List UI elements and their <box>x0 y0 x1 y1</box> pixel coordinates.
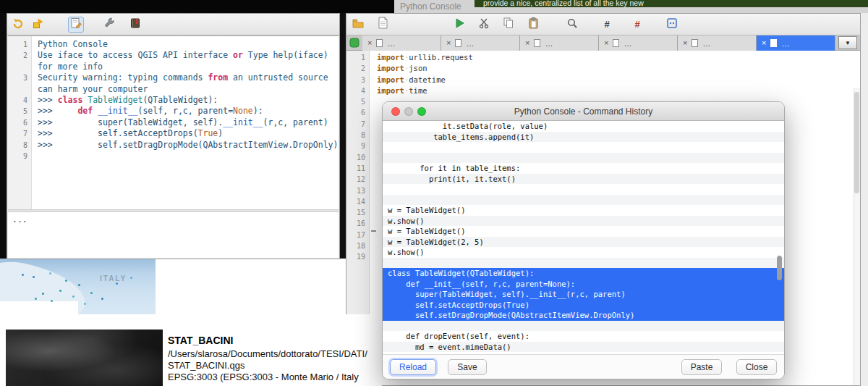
dialog-titlebar[interactable]: Python Console - Command History <box>383 102 784 121</box>
history-row[interactable]: def __init__(self, r,c, parent=None): <box>383 279 784 290</box>
editor-tab[interactable]: ×… <box>678 35 757 51</box>
console-line: Security warning: typing commands from a… <box>38 72 339 83</box>
history-row[interactable]: md = event.mimeData() <box>383 342 784 353</box>
close-button[interactable]: Close <box>736 359 777 375</box>
show-editor-button[interactable] <box>68 17 84 33</box>
console-line-number: 3 <box>8 72 31 83</box>
save-button[interactable]: Save <box>448 359 487 375</box>
object-inspector-button[interactable] <box>664 17 680 33</box>
history-row[interactable] <box>383 142 784 153</box>
console-line: Python Console <box>38 39 339 50</box>
editor-tabs: ×…×…×…×…×…×… <box>362 35 835 51</box>
console-input-area[interactable]: ... <box>8 212 339 258</box>
editor-code-line: import·datetime <box>377 75 853 85</box>
history-row[interactable]: self.setAcceptDrops(True) <box>383 300 784 311</box>
window-gap <box>340 13 346 259</box>
history-row[interactable]: def dropEvent(self, event): <box>383 331 784 342</box>
editor-tab[interactable]: ×… <box>599 35 678 51</box>
history-scrollbar-thumb[interactable] <box>777 256 782 280</box>
history-row[interactable]: w = TableWidget(2, 5) <box>383 237 784 248</box>
history-row[interactable]: w.show() <box>383 216 784 227</box>
project-map-thumbnail[interactable]: ITALY <box>0 259 156 314</box>
new-editor-tab-button[interactable] <box>349 38 359 51</box>
fold-marker-icon[interactable] <box>371 230 376 232</box>
import-class-button[interactable] <box>30 17 46 33</box>
welcome-recent-project[interactable]: STAT_BACINI /Users/slarosa/Documents/dot… <box>0 314 382 386</box>
editor-line-number: 7 <box>346 119 369 130</box>
history-row[interactable]: it.setData(role, value) <box>383 121 784 132</box>
save-script-button[interactable] <box>375 17 391 33</box>
editor-code-line: import·urllib.request <box>377 52 853 63</box>
comment-button[interactable]: # <box>599 17 615 33</box>
history-row[interactable]: for it in table_items: <box>383 163 784 174</box>
history-row[interactable] <box>383 321 784 332</box>
console-line-number <box>8 62 31 72</box>
history-list[interactable]: it.setData(role, value) table_items.appe… <box>383 121 784 354</box>
history-row[interactable]: table_items.append(it) <box>383 132 784 143</box>
document-icon <box>613 39 619 47</box>
console-line: >>> self.setDragDropMode(QAbstractItemVi… <box>38 140 339 151</box>
tab-label: … <box>624 39 631 48</box>
project-path-line1: /Users/slarosa/Documents/dottorato/TESI/… <box>168 348 367 359</box>
document-icon <box>692 39 698 47</box>
object-inspector-icon <box>666 17 678 32</box>
console-line-number: 9 <box>8 151 31 161</box>
reload-button[interactable]: Reload <box>390 359 436 375</box>
tab-close-icon[interactable]: × <box>525 39 529 47</box>
editor-code-line: import·json <box>377 63 853 74</box>
tab-close-icon[interactable]: × <box>446 39 451 47</box>
import-class-icon <box>32 17 45 33</box>
history-row[interactable]: w = TableWidget() <box>383 205 784 216</box>
editor-line-number: 19 <box>346 251 369 262</box>
cut-button[interactable] <box>476 17 492 33</box>
tab-close-icon[interactable]: × <box>604 39 608 47</box>
desktop-dark-area <box>0 0 394 13</box>
tab-close-icon[interactable]: × <box>762 39 766 47</box>
find-button[interactable] <box>564 17 580 33</box>
history-row[interactable]: self.setDragDropMode(QAbstractItemView.D… <box>383 310 784 321</box>
history-row[interactable]: w.show() <box>383 247 784 258</box>
editor-tab[interactable]: ×… <box>441 35 520 51</box>
python-console-window: 123456789 Python ConsoleUse iface to acc… <box>7 13 340 259</box>
editor-scrollbar-thumb[interactable] <box>854 92 859 193</box>
new-tab-icon <box>349 38 359 50</box>
editor-scrollbar[interactable] <box>854 88 860 385</box>
console-line-number: 6 <box>8 117 31 128</box>
history-row[interactable] <box>383 195 784 206</box>
editor-line-number: 2 <box>346 63 369 74</box>
background-browser-banner: provide a nice, centralized list of all … <box>475 0 868 7</box>
project-satellite-thumbnail[interactable] <box>6 330 163 386</box>
tab-close-icon[interactable]: × <box>367 39 372 47</box>
console-help-button[interactable] <box>127 17 143 33</box>
history-row[interactable] <box>383 153 784 164</box>
copy-button[interactable] <box>501 17 516 33</box>
tab-overflow-button[interactable]: ▼ <box>838 36 857 49</box>
history-row[interactable]: w = TableWidget() <box>383 226 784 237</box>
editor-tab[interactable]: ×… <box>520 35 599 51</box>
history-row[interactable]: super(TableWidget, self).__init__(r,c, p… <box>383 289 784 300</box>
document-icon <box>376 39 383 47</box>
scissors-icon <box>478 17 490 32</box>
project-path-line2: STAT_BACINI.qgs <box>168 360 244 371</box>
document-icon <box>534 39 540 47</box>
uncomment-button[interactable]: # <box>629 17 645 33</box>
console-continuation-prompt: ... <box>8 212 339 225</box>
history-row[interactable]: class TableWidget(QTableWidget): <box>383 268 784 279</box>
wrench-icon <box>103 17 116 32</box>
editor-tab[interactable]: ×… <box>362 35 441 51</box>
console-output-area[interactable]: 123456789 Python ConsoleUse iface to acc… <box>8 35 339 209</box>
editor-line-number: 10 <box>346 152 369 163</box>
console-lines: Python ConsoleUse iface to access QGIS A… <box>38 39 339 161</box>
run-script-button[interactable] <box>451 17 467 33</box>
history-row[interactable]: print(it, it.text() <box>383 174 784 185</box>
editor-tab[interactable]: ×… <box>757 35 835 51</box>
paste-history-button[interactable]: Paste <box>681 359 722 375</box>
console-line-number: 8 <box>8 140 31 151</box>
clear-console-button[interactable] <box>10 17 26 33</box>
console-options-button[interactable] <box>101 17 117 33</box>
tab-close-icon[interactable]: × <box>683 39 687 47</box>
paste-button[interactable] <box>525 17 541 33</box>
history-row[interactable] <box>383 184 784 195</box>
open-script-button[interactable] <box>350 17 366 33</box>
history-row[interactable] <box>383 258 784 269</box>
